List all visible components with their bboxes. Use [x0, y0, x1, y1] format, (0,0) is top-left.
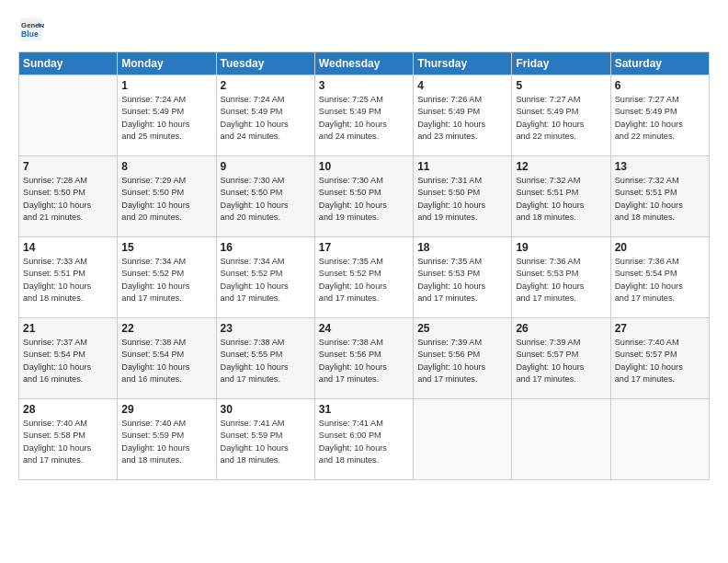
day-number: 25 — [417, 322, 507, 335]
calendar-cell: 14Sunrise: 7:33 AMSunset: 5:51 PMDayligh… — [19, 237, 118, 318]
calendar-cell: 30Sunrise: 7:41 AMSunset: 5:59 PMDayligh… — [216, 399, 314, 480]
calendar-cell — [414, 399, 512, 480]
calendar-cell: 31Sunrise: 7:41 AMSunset: 6:00 PMDayligh… — [314, 399, 413, 480]
day-number: 8 — [121, 160, 211, 173]
calendar-cell: 7Sunrise: 7:28 AMSunset: 5:50 PMDaylight… — [19, 156, 118, 237]
day-number: 29 — [121, 403, 211, 416]
day-info: Sunrise: 7:40 AMSunset: 5:59 PMDaylight:… — [121, 418, 211, 466]
calendar-cell: 5Sunrise: 7:27 AMSunset: 5:49 PMDaylight… — [512, 75, 610, 156]
day-number: 19 — [516, 241, 606, 254]
day-number: 16 — [221, 241, 311, 254]
weekday-header-thursday: Thursday — [414, 52, 512, 75]
day-number: 20 — [615, 241, 705, 254]
calendar-table: SundayMondayTuesdayWednesdayThursdayFrid… — [18, 52, 710, 480]
calendar-cell: 4Sunrise: 7:26 AMSunset: 5:49 PMDaylight… — [414, 75, 512, 156]
day-number: 30 — [221, 403, 311, 416]
page: General Blue SundayMondayTuesdayWednesda… — [0, 0, 728, 563]
calendar-cell: 13Sunrise: 7:32 AMSunset: 5:51 PMDayligh… — [610, 156, 709, 237]
day-info: Sunrise: 7:34 AMSunset: 5:52 PMDaylight:… — [121, 256, 211, 304]
calendar-cell: 12Sunrise: 7:32 AMSunset: 5:51 PMDayligh… — [512, 156, 610, 237]
day-info: Sunrise: 7:34 AMSunset: 5:52 PMDaylight:… — [221, 256, 311, 304]
day-info: Sunrise: 7:35 AMSunset: 5:53 PMDaylight:… — [417, 256, 507, 304]
day-number: 5 — [516, 79, 606, 92]
day-number: 10 — [319, 160, 409, 173]
calendar-cell: 17Sunrise: 7:35 AMSunset: 5:52 PMDayligh… — [314, 237, 413, 318]
day-number: 24 — [319, 322, 409, 335]
calendar-cell: 19Sunrise: 7:36 AMSunset: 5:53 PMDayligh… — [512, 237, 610, 318]
day-number: 13 — [615, 160, 705, 173]
day-number: 1 — [121, 79, 211, 92]
day-info: Sunrise: 7:24 AMSunset: 5:49 PMDaylight:… — [121, 94, 211, 143]
weekday-header-friday: Friday — [512, 52, 610, 75]
day-info: Sunrise: 7:32 AMSunset: 5:51 PMDaylight:… — [516, 175, 606, 224]
day-info: Sunrise: 7:27 AMSunset: 5:49 PMDaylight:… — [615, 94, 705, 143]
day-number: 31 — [319, 403, 409, 416]
day-info: Sunrise: 7:38 AMSunset: 5:56 PMDaylight:… — [319, 337, 409, 385]
day-info: Sunrise: 7:37 AMSunset: 5:54 PMDaylight:… — [23, 337, 113, 385]
day-info: Sunrise: 7:28 AMSunset: 5:50 PMDaylight:… — [23, 175, 113, 224]
header: General Blue — [18, 17, 710, 42]
weekday-header-row: SundayMondayTuesdayWednesdayThursdayFrid… — [19, 52, 710, 75]
day-info: Sunrise: 7:35 AMSunset: 5:52 PMDaylight:… — [319, 256, 409, 304]
day-info: Sunrise: 7:24 AMSunset: 5:49 PMDaylight:… — [221, 94, 311, 143]
day-number: 22 — [121, 322, 211, 335]
day-info: Sunrise: 7:26 AMSunset: 5:49 PMDaylight:… — [417, 94, 507, 143]
day-number: 17 — [319, 241, 409, 254]
calendar-cell: 28Sunrise: 7:40 AMSunset: 5:58 PMDayligh… — [19, 399, 118, 480]
day-number: 27 — [615, 322, 705, 335]
calendar-cell: 27Sunrise: 7:40 AMSunset: 5:57 PMDayligh… — [610, 318, 709, 399]
day-info: Sunrise: 7:33 AMSunset: 5:51 PMDaylight:… — [23, 256, 113, 304]
day-info: Sunrise: 7:39 AMSunset: 5:56 PMDaylight:… — [417, 337, 507, 385]
calendar-cell: 16Sunrise: 7:34 AMSunset: 5:52 PMDayligh… — [216, 237, 314, 318]
calendar-cell: 10Sunrise: 7:30 AMSunset: 5:50 PMDayligh… — [314, 156, 413, 237]
weekday-header-saturday: Saturday — [610, 52, 709, 75]
week-row-3: 14Sunrise: 7:33 AMSunset: 5:51 PMDayligh… — [19, 237, 710, 318]
logo-icon: General Blue — [18, 17, 44, 42]
day-number: 14 — [23, 241, 113, 254]
day-number: 23 — [221, 322, 311, 335]
week-row-1: 1Sunrise: 7:24 AMSunset: 5:49 PMDaylight… — [19, 75, 710, 156]
day-number: 3 — [319, 79, 409, 92]
day-info: Sunrise: 7:30 AMSunset: 5:50 PMDaylight:… — [221, 175, 311, 224]
calendar-cell — [610, 399, 709, 480]
day-number: 2 — [221, 79, 311, 92]
calendar-cell: 1Sunrise: 7:24 AMSunset: 5:49 PMDaylight… — [118, 75, 216, 156]
day-info: Sunrise: 7:36 AMSunset: 5:54 PMDaylight:… — [615, 256, 705, 304]
calendar-cell: 11Sunrise: 7:31 AMSunset: 5:50 PMDayligh… — [414, 156, 512, 237]
day-info: Sunrise: 7:40 AMSunset: 5:57 PMDaylight:… — [615, 337, 705, 385]
calendar-cell: 26Sunrise: 7:39 AMSunset: 5:57 PMDayligh… — [512, 318, 610, 399]
calendar-cell — [512, 399, 610, 480]
calendar-cell: 3Sunrise: 7:25 AMSunset: 5:49 PMDaylight… — [314, 75, 413, 156]
calendar-cell: 29Sunrise: 7:40 AMSunset: 5:59 PMDayligh… — [118, 399, 216, 480]
week-row-4: 21Sunrise: 7:37 AMSunset: 5:54 PMDayligh… — [19, 318, 710, 399]
day-info: Sunrise: 7:38 AMSunset: 5:55 PMDaylight:… — [221, 337, 311, 385]
week-row-2: 7Sunrise: 7:28 AMSunset: 5:50 PMDaylight… — [19, 156, 710, 237]
day-info: Sunrise: 7:27 AMSunset: 5:49 PMDaylight:… — [516, 94, 606, 143]
day-info: Sunrise: 7:31 AMSunset: 5:50 PMDaylight:… — [417, 175, 507, 224]
day-info: Sunrise: 7:32 AMSunset: 5:51 PMDaylight:… — [615, 175, 705, 224]
weekday-header-tuesday: Tuesday — [216, 52, 314, 75]
day-number: 11 — [417, 160, 507, 173]
calendar-cell: 20Sunrise: 7:36 AMSunset: 5:54 PMDayligh… — [610, 237, 709, 318]
day-number: 9 — [221, 160, 311, 173]
day-number: 12 — [516, 160, 606, 173]
calendar-cell: 6Sunrise: 7:27 AMSunset: 5:49 PMDaylight… — [610, 75, 709, 156]
day-info: Sunrise: 7:29 AMSunset: 5:50 PMDaylight:… — [121, 175, 211, 224]
day-number: 28 — [23, 403, 113, 416]
day-info: Sunrise: 7:41 AMSunset: 5:59 PMDaylight:… — [221, 418, 311, 466]
calendar-cell: 9Sunrise: 7:30 AMSunset: 5:50 PMDaylight… — [216, 156, 314, 237]
day-number: 26 — [516, 322, 606, 335]
day-number: 15 — [121, 241, 211, 254]
week-row-5: 28Sunrise: 7:40 AMSunset: 5:58 PMDayligh… — [19, 399, 710, 480]
calendar-cell: 15Sunrise: 7:34 AMSunset: 5:52 PMDayligh… — [118, 237, 216, 318]
day-info: Sunrise: 7:30 AMSunset: 5:50 PMDaylight:… — [319, 175, 409, 224]
weekday-header-sunday: Sunday — [19, 52, 118, 75]
calendar-cell: 23Sunrise: 7:38 AMSunset: 5:55 PMDayligh… — [216, 318, 314, 399]
day-info: Sunrise: 7:25 AMSunset: 5:49 PMDaylight:… — [319, 94, 409, 143]
weekday-header-wednesday: Wednesday — [314, 52, 413, 75]
calendar-cell: 22Sunrise: 7:38 AMSunset: 5:54 PMDayligh… — [118, 318, 216, 399]
day-number: 21 — [23, 322, 113, 335]
day-number: 18 — [417, 241, 507, 254]
calendar-cell — [19, 75, 118, 156]
weekday-header-monday: Monday — [118, 52, 216, 75]
